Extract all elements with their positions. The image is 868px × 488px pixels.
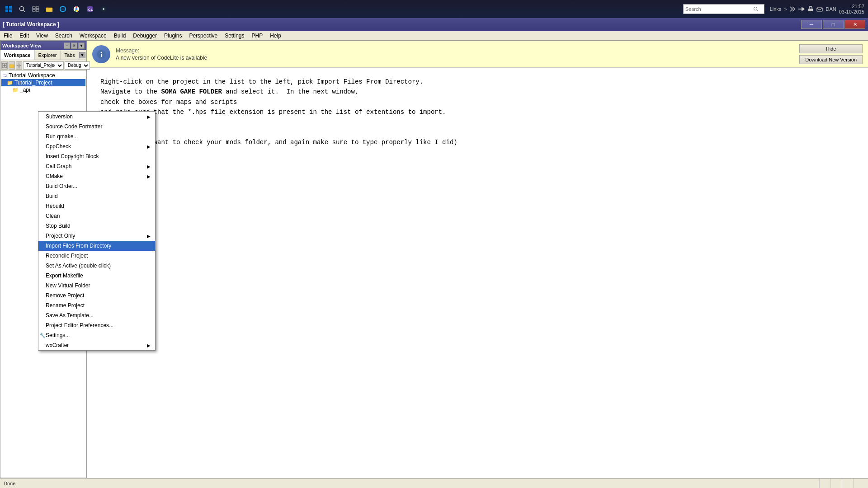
- menu-debugger[interactable]: Debugger: [129, 31, 160, 40]
- message-banner: Message: A new version of CodeLite is av…: [87, 41, 868, 68]
- context-menu: Subversion▶ Source Code Formatter Run qm…: [38, 111, 156, 351]
- svg-rect-28: [9, 65, 14, 68]
- tab-workspace[interactable]: Workspace: [0, 50, 35, 60]
- status-segment-2: [830, 479, 842, 488]
- menu-help[interactable]: Help: [266, 31, 285, 40]
- panel-titlebar: Workspace View − ✕ ▼: [0, 41, 86, 50]
- ctx-subversion[interactable]: Subversion▶: [38, 112, 155, 122]
- chrome-icon[interactable]: [71, 3, 82, 15]
- svg-marker-22: [798, 7, 805, 11]
- taskbar-search-box[interactable]: [683, 4, 764, 14]
- window-titlebar: [ Tutorial Workspace ] ─ □ ✕: [0, 18, 868, 31]
- ctx-settings[interactable]: 🔧 Settings...: [38, 330, 155, 340]
- open-workspace-button[interactable]: [9, 61, 15, 70]
- ctx-run-qmake[interactable]: Run qmake...: [38, 131, 155, 141]
- svg-line-5: [24, 10, 25, 12]
- ctx-insert-copyright[interactable]: Insert Copyright Block: [38, 151, 155, 161]
- panel-close-button[interactable]: ✕: [71, 42, 77, 49]
- panel-pin-button[interactable]: −: [64, 42, 70, 49]
- menu-build[interactable]: Build: [110, 31, 130, 40]
- ctx-reconcile-project[interactable]: Reconcile Project: [38, 251, 155, 261]
- download-button[interactable]: Download New Version: [799, 55, 863, 64]
- hide-button[interactable]: Hide: [799, 44, 863, 53]
- ctx-project-only[interactable]: Project Only▶: [38, 231, 155, 241]
- project-dropdown[interactable]: Tutorial_Project: [23, 61, 64, 70]
- ctx-import-files[interactable]: Import Files From Directory: [38, 241, 155, 251]
- svg-rect-8: [33, 9, 35, 11]
- tree-item-workspace[interactable]: 🗂 Tutorial Workspace: [1, 72, 85, 79]
- task-view-icon[interactable]: [30, 3, 42, 15]
- taskbar-user: DAN: [826, 6, 836, 12]
- maximize-button[interactable]: □: [823, 20, 844, 29]
- svg-rect-6: [33, 7, 35, 9]
- start-button[interactable]: [3, 3, 14, 15]
- ctx-export-makefile[interactable]: Export Makefile: [38, 271, 155, 281]
- ctx-new-virtual-folder[interactable]: New Virtual Folder: [38, 281, 155, 291]
- codelite-icon[interactable]: CL: [84, 3, 96, 15]
- config-dropdown[interactable]: Debug: [65, 61, 90, 70]
- tab-tabs[interactable]: Tabs: [61, 50, 79, 60]
- panel-tabs: Workspace Explorer Tabs ▼: [0, 50, 86, 60]
- settings-panel-button[interactable]: [16, 61, 22, 70]
- panel-controls: − ✕ ▼: [64, 42, 85, 49]
- taskbar-search-input[interactable]: [685, 6, 753, 12]
- steam-icon[interactable]: [98, 3, 109, 15]
- svg-rect-2: [5, 9, 8, 12]
- svg-rect-24: [817, 8, 822, 11]
- ctx-cppcheck[interactable]: CppCheck▶: [38, 141, 155, 151]
- menu-file[interactable]: File: [0, 31, 16, 40]
- status-text: Done: [4, 481, 819, 486]
- main-area: Workspace View − ✕ ▼ Workspace Explorer …: [0, 41, 868, 478]
- ctx-stop-build[interactable]: Stop Build: [38, 221, 155, 231]
- menu-workspace[interactable]: Workspace: [76, 31, 110, 40]
- taskbar-right: Links » DAN 21:57 03-10-2015: [766, 4, 868, 14]
- editor-line-5: Click OK.: [100, 117, 854, 127]
- message-content: A new version of CodeLite is available: [116, 55, 794, 61]
- taskbar-arrows: »: [784, 6, 787, 12]
- editor-line-4: and make sure that the *.hps file extens…: [100, 107, 854, 117]
- ctx-build[interactable]: Build: [38, 191, 155, 201]
- svg-line-21: [757, 10, 758, 11]
- svg-point-35: [101, 52, 102, 53]
- svg-rect-36: [101, 54, 102, 57]
- menu-edit[interactable]: Edit: [16, 31, 33, 40]
- ctx-build-order[interactable]: Build Order...: [38, 181, 155, 191]
- ctx-remove-project[interactable]: Remove Project: [38, 291, 155, 300]
- file-explorer-icon[interactable]: [43, 3, 55, 15]
- editor-line-1: Right-click on the project in the list t…: [100, 77, 854, 87]
- ctx-wxcrafter[interactable]: wxCrafter▶: [38, 340, 155, 350]
- taskbar-date: 03-10-2015: [839, 9, 864, 14]
- close-button[interactable]: ✕: [844, 20, 865, 29]
- svg-text:CL: CL: [88, 8, 93, 12]
- new-workspace-button[interactable]: [1, 61, 8, 70]
- editor-line-6: (you may also want to check your mods fo…: [100, 137, 854, 147]
- menu-php[interactable]: PHP: [248, 31, 267, 40]
- ctx-call-graph[interactable]: Call Graph▶: [38, 161, 155, 171]
- taskbar-time: 21:57: [852, 4, 864, 9]
- message-buttons: Hide Download New Version: [799, 44, 863, 64]
- menu-plugins[interactable]: Plugins: [160, 31, 185, 40]
- window-title: [ Tutorial Workspace ]: [3, 21, 801, 28]
- search-taskbar-icon[interactable]: [16, 3, 28, 15]
- ie-icon[interactable]: [57, 3, 69, 15]
- panel-menu-button[interactable]: ▼: [78, 42, 85, 49]
- menu-settings[interactable]: Settings: [221, 31, 248, 40]
- ctx-project-editor-prefs[interactable]: Project Editor Preferences...: [38, 320, 155, 330]
- ctx-cmake[interactable]: CMake▶: [38, 171, 155, 181]
- minimize-button[interactable]: ─: [801, 20, 822, 29]
- ctx-rebuild[interactable]: Rebuild: [38, 201, 155, 211]
- ctx-set-active[interactable]: Set As Active (double click): [38, 261, 155, 271]
- ctx-source-code-formatter[interactable]: Source Code Formatter: [38, 122, 155, 131]
- menu-perspective[interactable]: Perspective: [185, 31, 221, 40]
- ctx-clean[interactable]: Clean: [38, 211, 155, 221]
- status-segment-4: [853, 479, 864, 488]
- tab-explorer[interactable]: Explorer: [35, 50, 61, 60]
- message-icon: [92, 45, 110, 63]
- ctx-save-template[interactable]: Save As Template...: [38, 310, 155, 320]
- menu-view[interactable]: View: [33, 31, 52, 40]
- tree-item-project[interactable]: 📁 Tutorial_Project: [1, 79, 85, 86]
- tree-item-api-folder[interactable]: 📁 _api: [1, 86, 85, 94]
- ctx-rename-project[interactable]: Rename Project: [38, 300, 155, 310]
- panel-extra-button[interactable]: ▼: [79, 52, 85, 58]
- menu-search[interactable]: Search: [52, 31, 76, 40]
